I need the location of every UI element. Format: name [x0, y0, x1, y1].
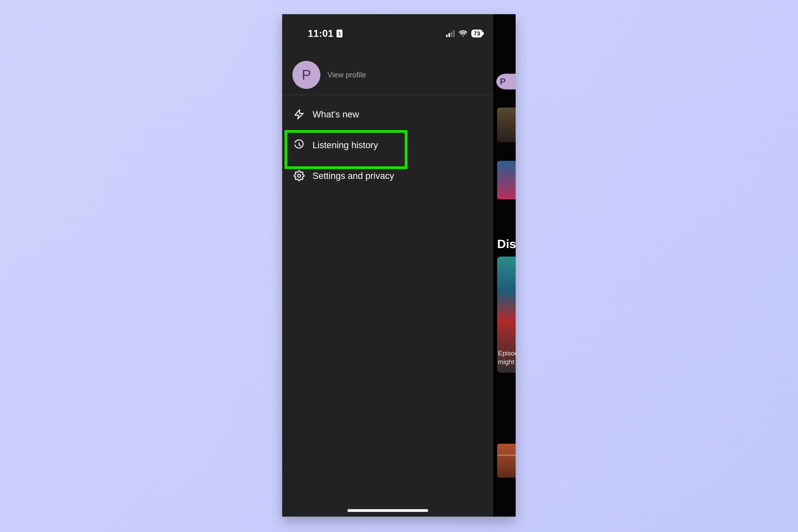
settings-privacy-item[interactable]: Settings and privacy	[282, 160, 493, 191]
listening-history-item[interactable]: Listening history	[282, 130, 493, 160]
background-section-title: Discover	[497, 237, 516, 249]
background-avatar: P	[496, 74, 516, 90]
svg-marker-0	[295, 110, 303, 119]
avatar-letter: P	[302, 67, 311, 83]
sim-card-icon: 1	[337, 30, 342, 37]
battery-percent: 73	[474, 30, 480, 37]
svg-point-3	[294, 144, 295, 145]
status-right-group: 73	[446, 30, 482, 37]
lightning-icon	[293, 108, 305, 120]
background-thumbnail	[497, 444, 516, 478]
canvas-background: P Discover Episodes you might like 11:01…	[0, 0, 798, 532]
svg-point-4	[298, 174, 301, 177]
status-time-group: 11:01 1	[308, 28, 342, 39]
background-app-sliver: P Discover Episodes you might like	[493, 14, 516, 517]
wifi-icon	[459, 30, 468, 37]
whats-new-item[interactable]: What's new	[282, 99, 493, 130]
view-profile-link[interactable]: View profile	[327, 71, 366, 79]
history-icon	[293, 139, 305, 151]
menu-item-label: What's new	[312, 109, 359, 120]
avatar[interactable]: P	[292, 61, 320, 89]
menu-item-label: Settings and privacy	[312, 170, 394, 181]
background-avatar-letter: P	[500, 77, 506, 87]
status-time: 11:01	[308, 28, 334, 39]
battery-indicator: 73	[471, 30, 482, 37]
side-drawer: 11:01 1	[282, 14, 493, 517]
background-progress-line	[497, 455, 516, 456]
background-card-caption: might like	[498, 358, 516, 366]
cellular-signal-icon	[446, 30, 455, 37]
gear-icon	[293, 170, 305, 181]
drawer-menu: What's new Listening history	[282, 99, 493, 191]
background-feature-card: Episodes you might like	[497, 256, 516, 373]
svg-point-2	[294, 143, 295, 144]
background-thumbnail	[497, 161, 516, 200]
status-bar: 11:01 1	[282, 24, 493, 43]
background-thumbnail	[497, 108, 516, 142]
divider	[282, 95, 493, 95]
profile-row[interactable]: P View profile	[282, 55, 493, 95]
background-card-caption: Episodes you	[498, 349, 516, 357]
phone-screenshot: P Discover Episodes you might like 11:01…	[282, 14, 516, 517]
svg-point-1	[295, 141, 296, 142]
menu-item-label: Listening history	[312, 140, 378, 150]
home-indicator	[347, 509, 428, 512]
